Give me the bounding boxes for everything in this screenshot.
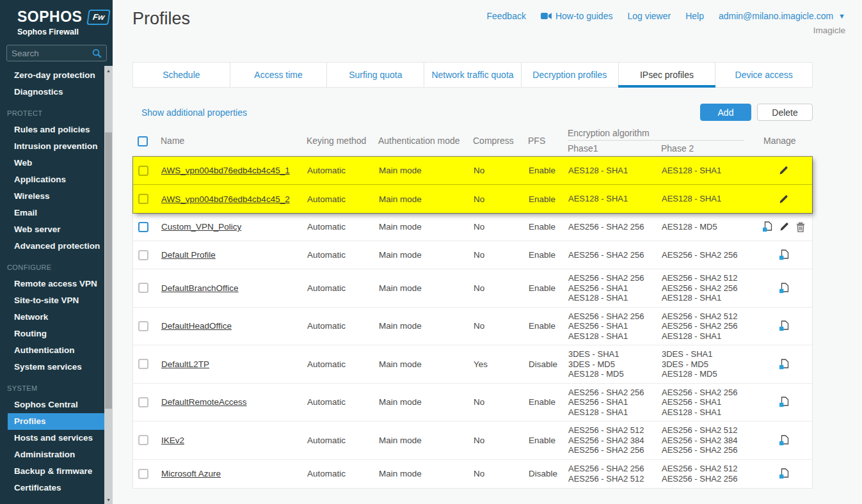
profile-name-link[interactable]: DefaultHeadOffice [161,321,232,331]
row-checkbox[interactable] [138,166,148,176]
table-row: DefaultL2TPAutomaticMain modeYesDisable3… [133,345,812,384]
delete-icon[interactable] [796,222,805,232]
sidebar-item-administration[interactable]: Administration [8,446,104,463]
scrollbar-up-arrow[interactable]: ▲ [104,66,113,75]
row-checkbox[interactable] [138,469,148,479]
profile-name-link[interactable]: Microsoft Azure [161,469,221,478]
manage-cell [758,393,812,411]
sidebar-item-wireless[interactable]: Wireless [8,188,104,205]
sidebar-item-intrusion-prevention[interactable]: Intrusion prevention [8,138,104,155]
search-input[interactable] [12,49,92,58]
edit-icon[interactable] [779,166,788,175]
pfs-cell: Enable [529,317,568,335]
pfs-cell: Enable [529,218,568,235]
tab-ipsec-profiles[interactable]: IPsec profiles [619,63,716,87]
row-checkbox[interactable] [138,250,148,260]
sidebar-item-sophos-central[interactable]: Sophos Central [8,397,104,413]
help-link[interactable]: Help [685,11,704,21]
tab-device-access[interactable]: Device access [715,63,812,87]
tab-decryption-profiles[interactable]: Decryption profiles [522,63,619,87]
copy-icon[interactable] [779,320,789,331]
phase2-cell: AES128 - SHA1 [662,162,758,180]
profile-name-link[interactable]: DefaultL2TP [161,359,209,369]
profile-name-link[interactable]: Default Profile [161,250,216,260]
profile-name-link[interactable]: AWS_vpn004bd76edb4cb4c45_1 [161,166,290,175]
authentication-mode-cell: Main mode [379,393,474,411]
profile-name-link[interactable]: AWS_vpn004bd76edb4cb4c45_2 [161,194,290,204]
sidebar-item-remote-access-vpn[interactable]: Remote access VPN [8,276,104,292]
scrollbar-down-arrow[interactable]: ▼ [104,495,113,504]
search-icon[interactable] [92,49,102,58]
keying-method-cell: Automatic [307,162,379,179]
row-checkbox[interactable] [138,194,148,204]
phase1-cell: AES256 - SHA2 256 AES256 - SHA1 AES128 -… [568,269,662,307]
row-checkbox[interactable] [138,359,148,369]
sidebar-item-system-services[interactable]: System services [8,359,104,375]
row-checkbox[interactable] [138,283,148,293]
sidebar-item-web-server[interactable]: Web server [8,221,104,238]
sidebar-item-network[interactable]: Network [8,309,104,326]
sidebar-search-box[interactable] [6,45,107,61]
copy-icon[interactable] [762,221,772,232]
copy-icon[interactable] [779,249,789,260]
video-camera-icon [541,12,552,20]
sidebar-item-web[interactable]: Web [8,155,104,171]
profile-name-link[interactable]: DefaultRemoteAccess [161,397,247,407]
pfs-cell: Enable [529,191,568,208]
sidebar-item-site-to-site-vpn[interactable]: Site-to-site VPN [8,292,104,309]
copy-icon[interactable] [779,435,789,446]
tab-network-traffic-quota[interactable]: Network traffic quota [424,63,522,87]
phase1-cell: AES256 - SHA2 256 [568,218,662,236]
select-all-checkbox[interactable] [138,136,148,146]
sidebar-item-diagnostics[interactable]: Diagnostics [8,84,104,100]
phase2-cell: AES256 - SHA2 256 [662,246,758,264]
edit-icon[interactable] [779,222,789,232]
sidebar-item-profiles[interactable]: Profiles [8,413,104,430]
account-menu[interactable]: admin@milano.imagicle.com ▼ [719,11,845,21]
row-checkbox[interactable] [138,222,148,232]
topbar: Profiles Feedback How-to guides Log [113,0,862,46]
divider [568,140,744,141]
add-button[interactable]: Add [700,104,751,121]
authentication-mode-cell: Main mode [379,162,474,179]
copy-icon[interactable] [779,468,789,479]
sidebar-item-authentication[interactable]: Authentication [8,342,104,359]
phase2-cell: AES256 - SHA2 256 AES256 - SHA1 AES128 -… [662,384,758,421]
profile-name-link[interactable]: Custom_VPN_Policy [161,222,241,232]
copy-icon[interactable] [779,359,789,370]
scrollbar-thumb[interactable] [105,132,112,409]
manage-cell [758,355,812,374]
sidebar-item-hosts-and-services[interactable]: Hosts and services [8,430,104,446]
delete-button[interactable]: Delete [757,104,813,121]
howto-guides-link[interactable]: How-to guides [541,11,613,21]
profile-name-link[interactable]: DefaultBranchOffice [161,283,239,293]
row-checkbox[interactable] [138,435,148,445]
phase2-cell: AES256 - SHA2 512 AES256 - SHA2 256 [662,460,758,487]
authentication-mode-cell: Main mode [379,191,474,208]
sidebar-item-certificates[interactable]: Certificates [8,480,104,496]
sidebar-item-backup-firmware[interactable]: Backup & firmware [8,463,104,480]
logo-subtitle: Sophos Firewall [17,28,113,36]
sidebar-scrollbar[interactable]: ▲ ▼ [104,66,113,504]
sidebar-item-zero-day-protection[interactable]: Zero-day protection [8,67,104,84]
sidebar-item-email[interactable]: Email [8,205,104,221]
sidebar-item-rules-and-policies[interactable]: Rules and policies [8,122,104,138]
keying-method-cell: Automatic [307,280,379,297]
feedback-link[interactable]: Feedback [486,11,525,21]
sidebar-item-advanced-protection[interactable]: Advanced protection [8,238,104,255]
pfs-cell: Enable [529,393,568,411]
row-checkbox[interactable] [138,397,148,407]
show-additional-properties-link[interactable]: Show additional properties [141,107,247,118]
copy-icon[interactable] [779,397,789,407]
copy-icon[interactable] [779,283,789,294]
tab-access-time[interactable]: Access time [230,63,328,87]
sidebar-item-applications[interactable]: Applications [8,171,104,188]
tab-surfing-quota[interactable]: Surfing quota [327,63,424,87]
sidebar-item-routing[interactable]: Routing [8,326,104,342]
phase1-cell: AES256 - SHA2 512 AES256 - SHA2 384 AES2… [568,421,662,459]
tab-schedule[interactable]: Schedule [133,63,230,87]
log-viewer-link[interactable]: Log viewer [627,11,671,21]
edit-icon[interactable] [779,194,788,204]
profile-name-link[interactable]: IKEv2 [161,436,184,445]
row-checkbox[interactable] [138,321,148,331]
